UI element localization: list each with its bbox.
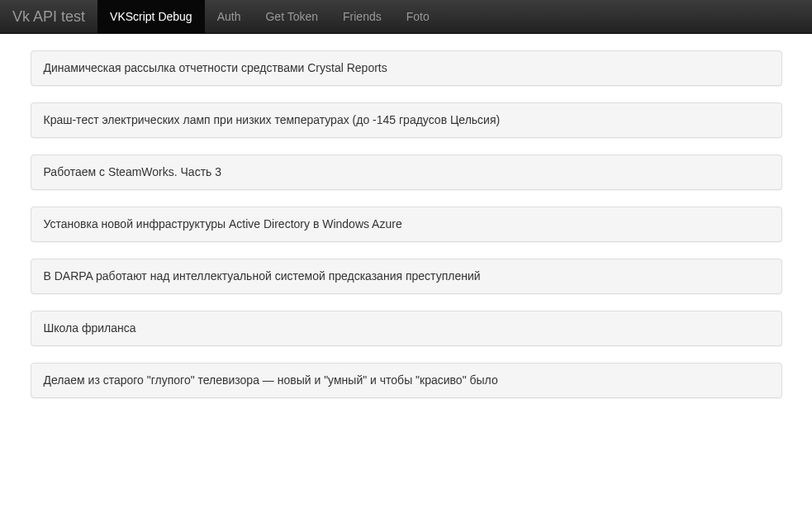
post-panel: Делаем из старого "глупого" телевизора —… [31, 363, 782, 398]
post-title-link[interactable]: Школа фриланса [44, 321, 136, 335]
nav-item-vkscript-debug[interactable]: VKScript Debug [97, 0, 205, 33]
nav-link[interactable]: Foto [394, 0, 442, 33]
navbar: Vk API test VKScript Debug Auth Get Toke… [0, 0, 812, 34]
navbar-nav: VKScript Debug Auth Get Token Friends Fo… [97, 0, 442, 33]
post-heading: Школа фриланса [31, 311, 781, 345]
post-heading: Делаем из старого "глупого" телевизора —… [31, 363, 781, 397]
post-title-link[interactable]: Краш-тест электрических ламп при низких … [44, 113, 501, 126]
post-panel: Школа фриланса [31, 311, 782, 346]
post-heading: В DARPA работают над интеллектуальной си… [31, 259, 781, 293]
post-panel: В DARPA работают над интеллектуальной си… [31, 259, 782, 294]
post-heading: Работаем с SteamWorks. Часть 3 [31, 155, 781, 189]
post-panel: Краш-тест электрических ламп при низких … [31, 102, 782, 138]
navbar-brand[interactable]: Vk API test [0, 1, 97, 32]
nav-item-get-token[interactable]: Get Token [253, 0, 330, 33]
post-title-link[interactable]: В DARPA работают над интеллектуальной си… [44, 269, 481, 283]
post-title-link[interactable]: Динамическая рассылка отчетности средств… [44, 61, 387, 74]
main-container: Динамическая рассылка отчетности средств… [18, 34, 795, 398]
nav-link[interactable]: VKScript Debug [97, 0, 205, 33]
nav-link[interactable]: Auth [205, 0, 254, 33]
nav-item-auth[interactable]: Auth [205, 0, 254, 33]
post-heading: Динамическая рассылка отчетности средств… [31, 51, 781, 85]
post-heading: Установка новой инфраструктуры Active Di… [31, 207, 781, 241]
post-panel: Работаем с SteamWorks. Часть 3 [31, 154, 782, 190]
nav-link[interactable]: Get Token [253, 0, 330, 33]
nav-item-friends[interactable]: Friends [330, 0, 394, 33]
post-heading: Краш-тест электрических ламп при низких … [31, 103, 781, 137]
post-panel: Установка новой инфраструктуры Active Di… [31, 207, 782, 242]
post-title-link[interactable]: Делаем из старого "глупого" телевизора —… [44, 373, 498, 387]
nav-item-foto[interactable]: Foto [394, 0, 442, 33]
content: Динамическая рассылка отчетности средств… [31, 34, 782, 398]
post-title-link[interactable]: Установка новой инфраструктуры Active Di… [44, 217, 402, 230]
post-title-link[interactable]: Работаем с SteamWorks. Часть 3 [44, 165, 222, 178]
post-panel: Динамическая рассылка отчетности средств… [31, 50, 782, 86]
nav-link[interactable]: Friends [330, 0, 394, 33]
